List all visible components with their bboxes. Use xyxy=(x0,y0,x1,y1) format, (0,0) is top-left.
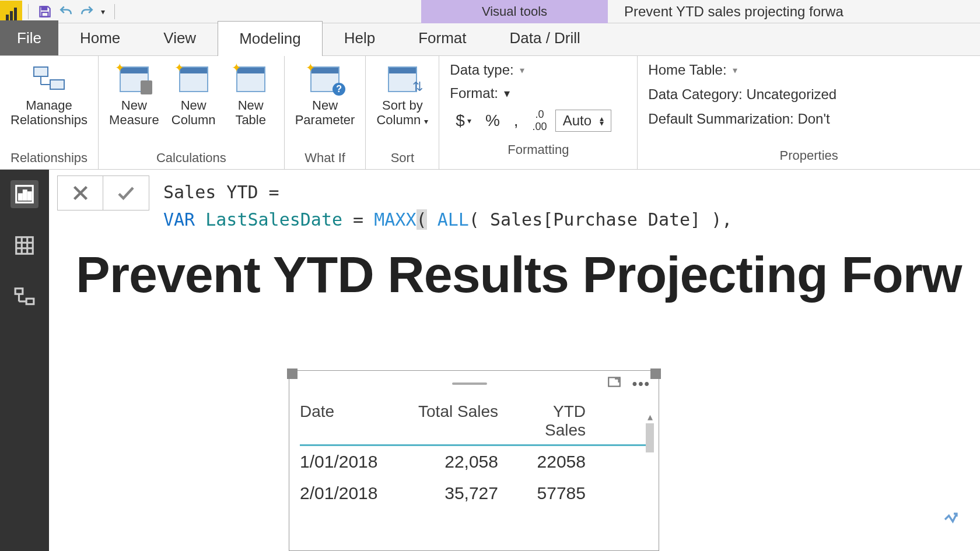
tab-view[interactable]: View xyxy=(142,20,218,55)
group-properties: Home Table: ▾ Data Category: Uncategoriz… xyxy=(638,56,980,169)
sort-by-column-label: Sort by Column ▾ xyxy=(376,98,428,128)
cell-date: 1/01/2018 xyxy=(300,452,405,472)
manage-relationships-label: Manage Relationships xyxy=(10,98,88,128)
col-header-date[interactable]: Date xyxy=(300,402,405,440)
tab-format[interactable]: Format xyxy=(397,20,488,55)
group-label-sort: Sort xyxy=(391,148,414,166)
new-column-button[interactable]: ✦ New Column xyxy=(167,61,220,130)
svg-rect-8 xyxy=(23,191,26,200)
svg-rect-0 xyxy=(42,6,47,9)
svg-rect-15 xyxy=(15,289,23,294)
new-parameter-label: New Parameter xyxy=(295,98,355,128)
table-scrollbar[interactable]: ▴ xyxy=(645,412,655,545)
report-title: Prevent YTD Results Projecting Forw xyxy=(76,245,963,304)
window-title: Prevent YTD sales projecting forwa xyxy=(624,0,980,23)
default-summarization-dropdown[interactable]: Default Summarization: Don't xyxy=(648,111,830,127)
comma-button[interactable]: , xyxy=(508,111,524,130)
group-label-formatting: Formatting xyxy=(508,140,569,157)
data-category-dropdown[interactable]: Data Category: Uncategorized xyxy=(648,86,836,103)
home-table-dropdown[interactable]: Home Table: ▾ xyxy=(648,62,737,78)
new-measure-button[interactable]: ✦ New Measure xyxy=(106,61,163,130)
tab-file[interactable]: File xyxy=(0,20,58,55)
more-options-icon[interactable]: ••• xyxy=(632,375,650,392)
new-parameter-icon: ✦? xyxy=(307,63,342,96)
svg-rect-3 xyxy=(50,80,64,89)
undo-button[interactable] xyxy=(55,1,76,22)
ribbon-tabs: File Home View Modeling Help Format Data… xyxy=(0,23,980,56)
contextual-tab-label: Visual tools xyxy=(421,0,608,23)
tab-data-drill[interactable]: Data / Drill xyxy=(488,20,602,55)
tab-help[interactable]: Help xyxy=(323,20,397,55)
new-table-button[interactable]: ✦ New Table xyxy=(225,61,277,130)
group-label-whatif: What If xyxy=(304,148,345,166)
currency-button[interactable]: $ ▾ xyxy=(450,111,477,130)
view-rail xyxy=(0,170,49,551)
new-column-icon: ✦ xyxy=(176,63,211,96)
sort-icon: ⇅ xyxy=(385,63,420,96)
group-label-calculations: Calculations xyxy=(156,148,226,166)
model-view-button[interactable] xyxy=(10,283,38,311)
table-visual[interactable]: ••• Date Total Sales YTD Sales 1/01/2018… xyxy=(289,370,659,551)
group-label-relationships: Relationships xyxy=(10,148,88,166)
scroll-thumb[interactable] xyxy=(646,423,654,452)
percent-button[interactable]: % xyxy=(480,111,506,130)
group-sort: ⇅ Sort by Column ▾ Sort xyxy=(366,56,439,169)
svg-rect-9 xyxy=(28,192,31,200)
manage-relationships-button[interactable]: Manage Relationships xyxy=(7,61,91,130)
visual-header: ••• xyxy=(289,371,659,396)
data-table: Date Total Sales YTD Sales 1/01/2018 22,… xyxy=(289,396,659,515)
cancel-formula-button[interactable] xyxy=(58,176,103,210)
cell-total: 35,727 xyxy=(405,483,498,503)
resize-handle-tr[interactable] xyxy=(650,368,661,379)
svg-rect-10 xyxy=(16,237,33,254)
col-header-total[interactable]: Total Sales xyxy=(405,402,498,440)
sort-by-column-button[interactable]: ⇅ Sort by Column ▾ xyxy=(373,61,432,130)
table-row: 1/01/2018 22,058 22058 xyxy=(300,446,648,478)
commit-formula-button[interactable] xyxy=(103,176,149,210)
decimals-button[interactable]: .0.00 xyxy=(527,108,553,133)
data-view-button[interactable] xyxy=(10,231,38,259)
tab-modeling[interactable]: Modeling xyxy=(218,21,323,56)
formula-controls xyxy=(57,176,149,210)
decimal-places-stepper[interactable]: Auto ▴▾ xyxy=(555,110,611,132)
ribbon: Manage Relationships Relationships ✦ New… xyxy=(0,56,980,170)
save-button[interactable] xyxy=(34,1,55,22)
redo-button[interactable] xyxy=(76,1,97,22)
col-header-ytd[interactable]: YTD Sales xyxy=(498,402,586,440)
scroll-up-icon[interactable]: ▴ xyxy=(645,412,655,422)
qat-dropdown[interactable]: ▾ xyxy=(97,7,108,16)
group-label-properties: Properties xyxy=(780,146,838,163)
separator xyxy=(114,4,115,19)
focus-mode-icon[interactable] xyxy=(607,374,622,393)
svg-rect-1 xyxy=(42,12,48,17)
svg-rect-2 xyxy=(34,67,48,76)
cell-date: 2/01/2018 xyxy=(300,483,405,503)
cell-ytd: 57785 xyxy=(498,483,586,503)
relationships-icon xyxy=(32,63,66,96)
svg-rect-7 xyxy=(19,194,22,200)
separator xyxy=(28,4,29,19)
new-parameter-button[interactable]: ✦? New Parameter xyxy=(292,61,359,130)
cell-ytd: 22058 xyxy=(498,452,586,472)
new-measure-label: New Measure xyxy=(109,98,159,128)
drag-handle[interactable] xyxy=(452,382,487,385)
group-calculations: ✦ New Measure ✦ New Column ✦ New Table C… xyxy=(99,56,285,169)
format-dropdown[interactable]: Format: ▾ xyxy=(450,85,510,101)
report-canvas[interactable]: Prevent YTD Results Projecting Forw ••• … xyxy=(58,233,980,551)
new-column-label: New Column xyxy=(172,98,216,128)
table-row: 2/01/2018 35,727 57785 xyxy=(300,478,648,509)
group-relationships: Manage Relationships Relationships xyxy=(0,56,99,169)
new-table-label: New Table xyxy=(235,98,266,128)
subscribe-watermark-icon xyxy=(939,508,963,534)
resize-handle-tl[interactable] xyxy=(287,368,298,379)
tab-home[interactable]: Home xyxy=(58,20,142,55)
new-measure-icon: ✦ xyxy=(117,63,152,96)
new-table-icon: ✦ xyxy=(233,63,268,96)
svg-rect-16 xyxy=(26,299,34,304)
group-whatif: ✦? New Parameter What If xyxy=(285,56,366,169)
data-type-dropdown[interactable]: Data type: ▾ xyxy=(450,62,524,78)
group-formatting: Data type: ▾ Format: ▾ $ ▾ % , .0.00 Aut… xyxy=(439,56,638,169)
cell-total: 22,058 xyxy=(405,452,498,472)
app-logo-icon xyxy=(0,1,22,23)
report-view-button[interactable] xyxy=(10,180,38,208)
